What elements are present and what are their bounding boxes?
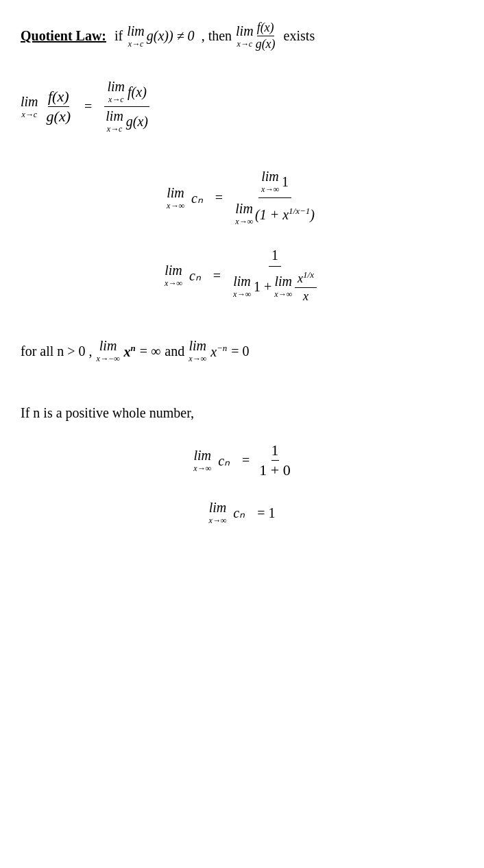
big-frac-1: lim x→c f(x) lim x→c g(x) — [103, 79, 151, 134]
f3-num: 1 — [269, 248, 281, 267]
frac-formula1: f(x) g(x) — [47, 88, 71, 125]
formula1-eq: = — [84, 99, 92, 114]
lim-inline-f5: lim x→∞ — [208, 500, 226, 526]
eq-zero: = 0 — [231, 343, 249, 359]
quotient-law-text3: exists — [284, 28, 315, 44]
if-n-text: If n is a positive whole number, — [21, 405, 194, 420]
f3-den: lim x→∞ 1 + lim x→∞ x1/x x — [230, 267, 319, 304]
if-n-line: If n is a positive whole number, — [21, 405, 463, 421]
eq-inf: = ∞ — [140, 343, 161, 359]
quotient-law-section: Quotient Law: if lim x→c g(x)) ≠ 0 , the… — [21, 21, 463, 51]
big-frac-num: lim x→c f(x) — [104, 79, 149, 107]
inner-frac-3: x1/x x — [295, 269, 317, 304]
f4-den: 1 + 0 — [259, 461, 290, 479]
frac1-den: g(x) — [47, 107, 71, 125]
lim-inline-f2: lim x→∞ — [167, 185, 184, 211]
formula3-line: lim x→∞ cₙ = 1 lim x→∞ 1 + — [165, 248, 319, 304]
big-frac-3: 1 lim x→∞ 1 + lim x→∞ x1/x — [230, 248, 319, 304]
lim-xn: lim x→−∞ — [97, 338, 120, 364]
frac-den-gx: g(x) — [256, 36, 276, 51]
f2-eq: = — [215, 190, 223, 206]
formula3-centered: lim x→∞ cₙ = 1 lim x→∞ 1 + — [21, 248, 463, 304]
formula2-line: lim x→∞ cₙ = lim x→∞ 1 lim x→∞ — [167, 169, 317, 227]
f2-num-1: 1 — [282, 174, 289, 190]
quotient-law-text2: , then — [202, 28, 232, 44]
lim-sub-3: x→c — [21, 110, 37, 120]
forall-text: for all n > 0 , — [21, 343, 93, 359]
formula4-line: lim x→∞ cₙ = 1 1 + 0 — [193, 442, 290, 479]
frac-formula4: 1 1 + 0 — [259, 442, 290, 479]
lim-sub-2: x→c — [237, 39, 253, 49]
and-text: and — [165, 343, 184, 359]
lim-inline-2: lim x→c — [236, 23, 254, 49]
page-content: Quotient Law: if lim x→c g(x)) ≠ 0 , the… — [21, 21, 463, 526]
xmn-text: x−n — [210, 343, 227, 360]
f4-cn: cₙ — [218, 453, 230, 469]
gx-neq0: g(x)) ≠ 0 — [147, 28, 195, 44]
quotient-law-text1: if — [114, 28, 123, 44]
lim-frac-block: lim x→c f(x) g(x) — [236, 21, 276, 51]
f3-eq: = — [213, 268, 221, 284]
f2-den: lim x→∞ (1 + x1/x−1) — [232, 198, 317, 227]
lim-word-1: lim — [127, 23, 145, 39]
formula5-centered: lim x→∞ cₙ = 1 — [21, 500, 463, 526]
lim-inline-f3: lim x→∞ — [165, 263, 182, 289]
quotient-law-label: Quotient Law: — [21, 28, 106, 44]
lim-xmn: lim x→∞ — [189, 338, 206, 364]
f4-eq: = — [242, 453, 250, 468]
f2-num: lim x→∞ 1 — [258, 169, 291, 198]
frac-fx-gx: f(x) g(x) — [256, 21, 276, 51]
big-frac-2: lim x→∞ 1 lim x→∞ (1 + x1/x−1) — [232, 169, 317, 227]
f3-cn: cₙ — [189, 267, 201, 284]
f4-num: 1 — [271, 442, 279, 461]
formula5-line: lim x→∞ cₙ = 1 — [208, 500, 275, 526]
lim-inline-f4: lim x→∞ — [193, 448, 211, 474]
lim-inline-1: lim x→c — [127, 23, 145, 49]
f2-cn: cₙ — [191, 190, 203, 206]
lim-gx-block: lim x→c g(x)) ≠ 0 — [127, 23, 194, 49]
f5-eq: = 1 — [257, 505, 275, 521]
frac1-num: f(x) — [48, 88, 69, 107]
big-frac-den: lim x→c g(x) — [103, 107, 151, 134]
lim-sub-1: x→c — [128, 39, 144, 49]
xn-text: xn — [124, 343, 136, 360]
lim-inline-3: lim x→c — [21, 94, 38, 120]
formula2-centered: lim x→∞ cₙ = lim x→∞ 1 lim x→∞ — [21, 169, 463, 227]
formula1-block: lim x→c f(x) g(x) = lim x→c f(x) lim x→c — [21, 79, 463, 134]
frac-num-fx: f(x) — [257, 21, 274, 36]
forall-line: for all n > 0 , lim x→−∞ xn = ∞ and lim … — [21, 338, 463, 364]
formula4-centered: lim x→∞ cₙ = 1 1 + 0 — [21, 442, 463, 479]
f5-cn: cₙ — [233, 505, 245, 521]
